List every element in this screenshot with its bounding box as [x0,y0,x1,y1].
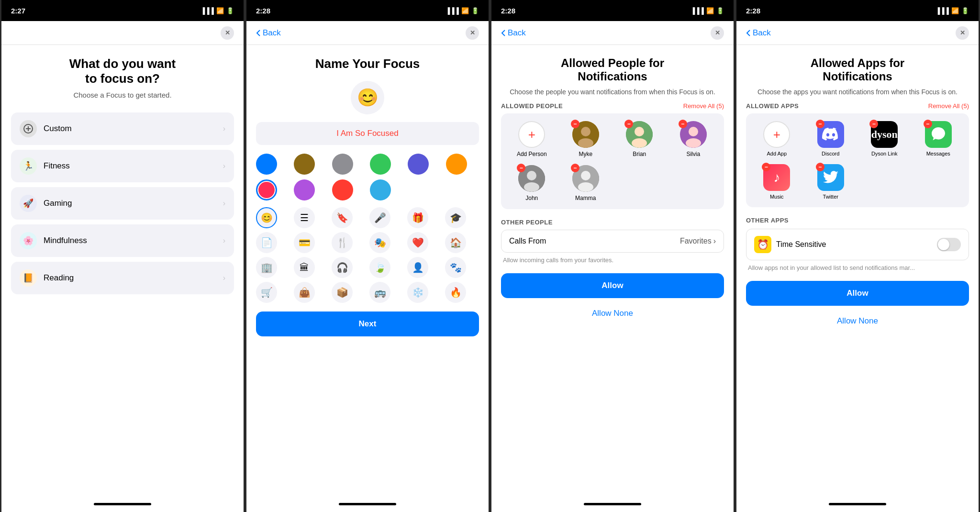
subtitle-3: Choose the people you want notifications… [501,88,724,96]
home-bar-2 [339,503,396,505]
mamma-name: Mamma [575,195,596,201]
add-app-item[interactable]: + Add App [754,121,800,156]
remove-mamma[interactable]: − [571,164,579,172]
silvia-name: Silvia [686,151,700,157]
color-pink[interactable] [256,179,277,200]
focus-emoji[interactable]: 😊 [351,81,384,114]
option-gaming[interactable]: 🚀 Gaming › [11,187,234,220]
color-red[interactable] [332,179,353,200]
svg-point-7 [635,127,644,136]
main-title-2: Name Your Focus [256,56,479,71]
nav-bar-2: Back ✕ [246,21,489,45]
focus-name-input[interactable] [256,122,479,145]
remove-silvia[interactable]: − [679,120,687,128]
signal-icon-3: ▐▐▐ [690,7,704,14]
allow-button-4[interactable]: Allow [746,281,969,306]
svg-point-11 [686,138,701,148]
emoji-bank[interactable]: 🏛 [294,257,315,278]
emoji-snowflake[interactable]: ❄️ [407,282,428,303]
emoji-headphones[interactable]: 🎧 [332,257,353,278]
emoji-doc[interactable]: 📄 [256,232,277,253]
main-title-3: Allowed People forNotifications [501,56,724,83]
emoji-heart[interactable]: ❤️ [407,232,428,253]
reading-chevron: › [223,274,225,282]
wifi-icon-2: 📶 [461,7,469,14]
emoji-box[interactable]: 📦 [332,282,353,303]
home-bar-4 [829,503,886,505]
color-blue[interactable] [256,154,277,175]
emoji-building[interactable]: 🏢 [256,257,277,278]
emoji-mic[interactable]: 🎤 [369,207,390,228]
emoji-bag[interactable]: 👜 [294,282,315,303]
option-mindfulness[interactable]: 🌸 Mindfulness › [11,224,234,257]
emoji-card[interactable]: 💳 [294,232,315,253]
close-button-3[interactable]: ✕ [711,26,724,40]
color-teal[interactable] [370,179,391,200]
home-indicator-4 [736,496,979,512]
back-button-3[interactable]: Back [501,28,526,38]
color-purple[interactable] [408,154,429,175]
time-sensitive-toggle[interactable] [937,238,961,251]
allow-none-button-4[interactable]: Allow None [746,311,969,332]
allow-button-3[interactable]: Allow [501,273,724,298]
person-brian: − Brian [616,121,663,157]
add-person-item[interactable]: + Add Person [509,121,555,157]
emoji-smiley[interactable]: 😊 [256,207,277,228]
emoji-person[interactable]: 👤 [407,257,428,278]
wifi-icon-4: 📶 [951,7,959,14]
emoji-cart[interactable]: 🛒 [256,282,277,303]
back-label-2: Back [263,28,281,38]
signal-icon-2: ▐▐▐ [445,7,459,14]
add-app-name: Add App [767,151,787,156]
emoji-grad[interactable]: 🎓 [445,207,466,228]
back-button-2[interactable]: Back [256,28,281,38]
status-bar-2: 2:28 ▐▐▐ 📶 🔋 [246,0,489,21]
emoji-house[interactable]: 🏠 [445,232,466,253]
svg-point-17 [578,182,593,192]
home-bar-3 [584,503,641,505]
screen4-content: Allowed Apps forNotifications Choose the… [736,45,979,496]
emoji-bus[interactable]: 🚌 [369,282,390,303]
close-button-4[interactable]: ✕ [956,26,969,40]
status-icons-3: ▐▐▐ 📶 🔋 [690,7,724,14]
color-green[interactable] [370,154,391,175]
color-violet[interactable] [294,179,315,200]
ts-label: Time Sensitive [776,240,826,249]
allow-none-button-3[interactable]: Allow None [501,303,724,324]
svg-point-4 [581,127,590,136]
other-apps-section: OTHER APPS ⏰ Time Sensitive Allow apps n… [746,217,969,271]
person-silvia: − Silvia [670,121,717,157]
color-gray[interactable] [332,154,353,175]
color-brown[interactable] [294,154,315,175]
emoji-bookmark[interactable]: 🔖 [332,207,353,228]
emoji-masks[interactable]: 🎭 [369,232,390,253]
emoji-paw[interactable]: 🐾 [445,257,466,278]
close-button-2[interactable]: ✕ [466,26,479,40]
option-reading[interactable]: 📙 Reading › [11,262,234,294]
close-button-1[interactable]: ✕ [221,26,234,40]
mindfulness-chevron: › [223,236,225,245]
remove-myke[interactable]: − [571,120,579,128]
back-button-4[interactable]: Back [746,28,771,38]
remove-messages[interactable]: − [924,120,932,128]
remove-discord[interactable]: − [816,120,824,128]
remove-all-people[interactable]: Remove All (5) [683,102,724,110]
subtitle-4: Choose the apps you want notifications f… [746,88,969,96]
allowed-apps-header: Allowed Apps Remove All (5) [746,102,969,110]
screen2-content: Name Your Focus 😊 😊 ☰ 🔖 🎤 🎁 🎓 📄 💳 [246,45,489,496]
emoji-fire[interactable]: 🔥 [445,282,466,303]
emoji-gift[interactable]: 🎁 [407,207,428,228]
status-icons-2: ▐▐▐ 📶 🔋 [445,7,479,14]
remove-twitter[interactable]: − [816,163,824,171]
next-button[interactable]: Next [256,312,479,336]
emoji-list[interactable]: ☰ [294,207,315,228]
emoji-fork[interactable]: 🍴 [332,232,353,253]
option-fitness[interactable]: 🏃 Fitness › [11,150,234,182]
emoji-leaf[interactable]: 🍃 [369,257,390,278]
remove-all-apps[interactable]: Remove All (5) [928,102,969,110]
calls-from-row[interactable]: Calls From Favorites › [501,230,724,253]
battery-icon-3: 🔋 [716,7,724,14]
color-orange[interactable] [446,154,467,175]
option-custom[interactable]: Custom › [11,112,234,145]
nav-bar-3: Back ✕ [491,21,734,45]
